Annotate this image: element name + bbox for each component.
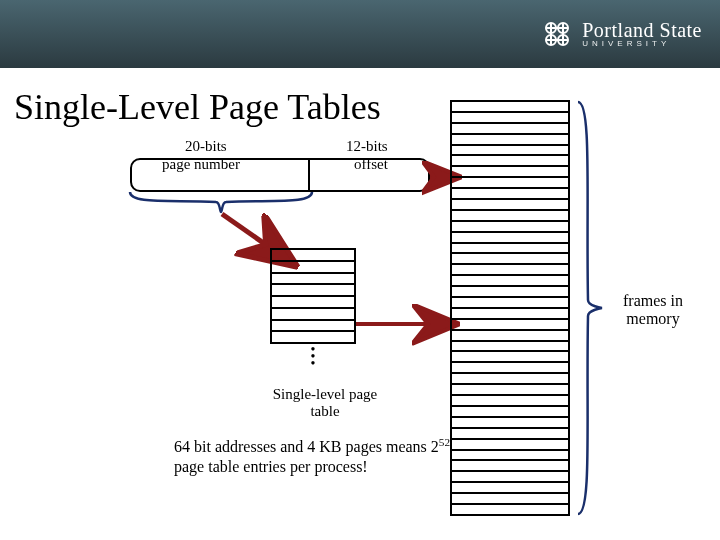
memory-frame: [452, 254, 568, 265]
memory-frame: [452, 167, 568, 178]
memory-brace-icon: [574, 100, 604, 516]
memory-frame: [452, 200, 568, 211]
memory-frame: [452, 309, 568, 320]
page-table-row: [272, 332, 354, 342]
university-branding: Portland State UNIVERSITY: [540, 17, 702, 51]
memory-frame: [452, 102, 568, 113]
memory-frame: [452, 211, 568, 222]
page-number-bits-label: 20-bits: [185, 138, 227, 155]
page-table-row: [272, 297, 354, 309]
memory-frame: [452, 298, 568, 309]
address-offset-field: [310, 160, 428, 190]
table-to-memory-arrow-icon: [356, 316, 456, 336]
page-table: [270, 248, 356, 344]
memory-frame: [452, 483, 568, 494]
page-table-row: [272, 262, 354, 274]
offset-bits-label: 12-bits: [346, 138, 388, 155]
memory-caption: frames in memory: [608, 292, 698, 329]
page-table-caption: Single-level page table: [270, 386, 380, 421]
memory-frame: [452, 407, 568, 418]
virtual-address-box: [130, 158, 430, 192]
org-name: Portland State: [582, 20, 702, 40]
memory-frame: [452, 429, 568, 440]
footnote-part2: page table entries per process!: [174, 458, 368, 475]
memory-frame: [452, 265, 568, 276]
memory-frame: [452, 363, 568, 374]
memory-frame: [452, 233, 568, 244]
memory-frame: [452, 287, 568, 298]
page-table-row: [272, 285, 354, 297]
page-table-row: [272, 250, 354, 262]
memory-frame: [452, 146, 568, 157]
memory-frame: [452, 113, 568, 124]
memory-frame: [452, 451, 568, 462]
memory-frame: [452, 374, 568, 385]
footnote-part1: 64 bit addresses and 4 KB pages means 2: [174, 438, 439, 455]
memory-frame: [452, 189, 568, 200]
slide-title: Single-Level Page Tables: [14, 86, 720, 128]
memory-frame: [452, 156, 568, 167]
page-table-row: [272, 274, 354, 286]
org-sub: UNIVERSITY: [582, 40, 702, 48]
memory-frame: [452, 385, 568, 396]
memory-frame: [452, 396, 568, 407]
page-table-ellipsis-icon: •••: [306, 346, 320, 367]
memory-frame: [452, 461, 568, 472]
address-page-number-field: [132, 160, 310, 190]
memory-frame: [452, 320, 568, 331]
memory-frame: [452, 505, 568, 514]
portland-state-logo-icon: [540, 17, 574, 51]
memory-frame: [452, 222, 568, 233]
footnote-exponent: 52: [439, 436, 450, 448]
footnote-64bit: 64 bit addresses and 4 KB pages means 25…: [174, 436, 454, 476]
memory-frame: [452, 331, 568, 342]
physical-memory-frames: [450, 100, 570, 516]
memory-frame: [452, 276, 568, 287]
memory-frame: [452, 342, 568, 353]
header-band: Portland State UNIVERSITY: [0, 0, 720, 68]
memory-frame: [452, 244, 568, 255]
page-table-row: [272, 321, 354, 333]
memory-frame: [452, 178, 568, 189]
memory-frame: [452, 124, 568, 135]
memory-frame: [452, 418, 568, 429]
memory-frame: [452, 135, 568, 146]
memory-frame: [452, 440, 568, 451]
memory-frame: [452, 494, 568, 505]
page-table-row: [272, 309, 354, 321]
memory-frame: [452, 472, 568, 483]
memory-frame: [452, 352, 568, 363]
